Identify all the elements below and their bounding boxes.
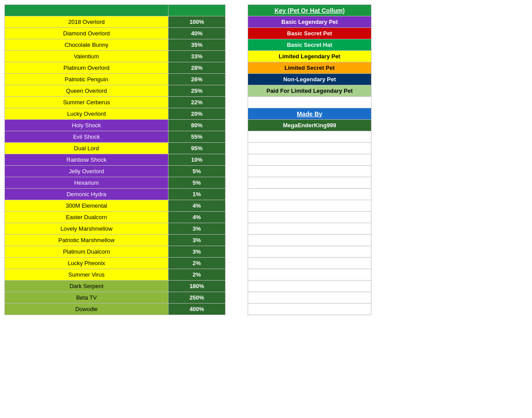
pet-name-19: Patriotic Marshmellow xyxy=(5,235,168,246)
pet-value-23: 180% xyxy=(168,281,226,292)
key-empty-22 xyxy=(248,258,371,269)
pet-name-5: Patriotic Penguin xyxy=(5,74,168,85)
key-item-3: Limited Legendary Pet xyxy=(248,51,371,62)
pet-name-16: 300M Elemental xyxy=(5,200,168,212)
key-empty-19 xyxy=(248,223,371,235)
main-table: 2018 Overlord100%Diamond Overlord40%Choc… xyxy=(4,4,226,315)
pet-value-15: 1% xyxy=(168,189,226,200)
key-item-0: Basic Legendary Pet xyxy=(248,16,371,28)
key-section: Key (Pet Or Hat Collum)Basic Legendary P… xyxy=(248,4,371,315)
pet-value-13: 5% xyxy=(168,166,226,177)
pet-value-12: 10% xyxy=(168,154,226,166)
pet-name-25: Dowodle xyxy=(5,304,168,315)
key-empty-21 xyxy=(248,246,371,258)
key-empty-26 xyxy=(248,304,371,315)
pet-value-20: 3% xyxy=(168,246,226,258)
pet-name-11: Dual Lord xyxy=(5,143,168,154)
pet-name-21: Lucky Pheonix xyxy=(5,258,168,269)
pet-name-20: Platinum Dualcorn xyxy=(5,246,168,258)
pet-value-17: 4% xyxy=(168,212,226,223)
pet-name-4: Platinum Overlord xyxy=(5,62,168,74)
pet-name-17: Easter Dualcorn xyxy=(5,212,168,223)
key-spacer xyxy=(248,97,371,108)
pet-value-24: 250% xyxy=(168,292,226,304)
pet-name-9: Holy Shock xyxy=(5,120,168,131)
pet-name-22: Summer Virus xyxy=(5,269,168,281)
spreadsheet-container: 2018 Overlord100%Diamond Overlord40%Choc… xyxy=(0,0,532,319)
pet-name-8: Lucky Overlord xyxy=(5,108,168,120)
pet-value-3: 33% xyxy=(168,51,226,62)
pet-value-9: 80% xyxy=(168,120,226,131)
key-item-2: Basic Secret Hat xyxy=(248,39,371,51)
key-empty-23 xyxy=(248,269,371,281)
key-empty-24 xyxy=(248,281,371,292)
pet-value-6: 25% xyxy=(168,85,226,97)
pet-value-22: 2% xyxy=(168,269,226,281)
key-empty-12 xyxy=(248,143,371,154)
key-empty-11 xyxy=(248,131,371,143)
pet-name-14: Hexarium xyxy=(5,177,168,189)
pet-name-18: Lovely Marshmellow xyxy=(5,223,168,235)
key-empty-18 xyxy=(248,212,371,223)
pet-value-8: 20% xyxy=(168,108,226,120)
key-empty-17 xyxy=(248,200,371,212)
pet-name-24: Beta TV xyxy=(5,292,168,304)
pet-value-11: 95% xyxy=(168,143,226,154)
pet-name-0: 2018 Overlord xyxy=(5,16,168,28)
pet-value-0: 100% xyxy=(168,16,226,28)
pet-value-19: 3% xyxy=(168,235,226,246)
key-item-1: Basic Secret Pet xyxy=(248,28,371,39)
key-empty-16 xyxy=(248,189,371,200)
col1-header xyxy=(5,5,168,16)
key-item-5: Non-Legendary Pet xyxy=(248,74,371,85)
pet-value-7: 22% xyxy=(168,97,226,108)
pet-name-1: Diamond Overlord xyxy=(5,28,168,39)
pet-value-21: 2% xyxy=(168,258,226,269)
pet-value-16: 4% xyxy=(168,200,226,212)
pet-name-13: Jelly Overlord xyxy=(5,166,168,177)
made-by-header: Made By xyxy=(248,108,371,120)
key-empty-15 xyxy=(248,177,371,189)
pet-name-7: Summer Cerberus xyxy=(5,97,168,108)
pet-name-23: Dark Serpent xyxy=(5,281,168,292)
pet-value-10: 55% xyxy=(168,131,226,143)
pet-name-6: Queen Overlord xyxy=(5,85,168,97)
pet-value-4: 28% xyxy=(168,62,226,74)
pet-value-14: 5% xyxy=(168,177,226,189)
key-empty-13 xyxy=(248,154,371,166)
key-empty-20 xyxy=(248,235,371,246)
key-header: Key (Pet Or Hat Collum) xyxy=(248,5,371,16)
pet-name-15: Demonic Hydra xyxy=(5,189,168,200)
pet-name-10: Evil Shock xyxy=(5,131,168,143)
key-item-6: Paid For Limited Legendary Pet xyxy=(248,85,371,97)
pet-value-25: 400% xyxy=(168,304,226,315)
pet-value-1: 40% xyxy=(168,28,226,39)
key-empty-14 xyxy=(248,166,371,177)
made-by-value: MegaEnderKing999 xyxy=(248,120,371,131)
col2-header xyxy=(168,5,226,16)
pet-name-2: Chocolate Bunny xyxy=(5,39,168,51)
key-table: Key (Pet Or Hat Collum)Basic Legendary P… xyxy=(248,4,371,315)
key-empty-25 xyxy=(248,292,371,304)
pet-name-12: Rainbow Shock xyxy=(5,154,168,166)
gap-spacer xyxy=(230,4,243,315)
key-item-4: Limited Secret Pet xyxy=(248,62,371,74)
pet-name-3: Valentium xyxy=(5,51,168,62)
pet-value-18: 3% xyxy=(168,223,226,235)
pet-value-2: 35% xyxy=(168,39,226,51)
pet-value-5: 26% xyxy=(168,74,226,85)
